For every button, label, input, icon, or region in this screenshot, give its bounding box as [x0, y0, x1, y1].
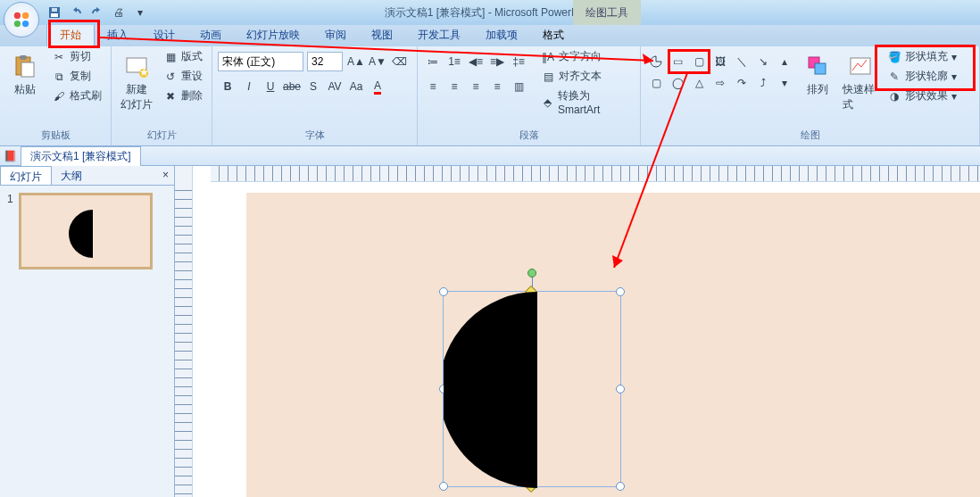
shape-arrowr-icon[interactable]: ⇨ [710, 73, 730, 93]
numbering-button[interactable]: 1≡ [444, 52, 464, 71]
paste-button[interactable]: 粘贴 [5, 48, 45, 101]
selection-box[interactable] [443, 291, 621, 487]
tab-review[interactable]: 审阅 [312, 24, 359, 46]
tab-home[interactable]: 开始 [46, 23, 95, 46]
office-logo-icon [12, 10, 31, 29]
tab-view[interactable]: 视图 [359, 24, 405, 46]
shape-image-icon[interactable]: 🖼 [710, 52, 730, 71]
title-bar: 🖨 ▾ 演示文稿1 [兼容模式] - Microsoft PowerPoint … [0, 0, 980, 25]
reset-icon: ↺ [163, 70, 178, 84]
qat-more-icon[interactable]: ▾ [132, 4, 148, 21]
pane-tabs: 幻灯片 大纲 × [0, 166, 174, 186]
tab-format[interactable]: 格式 [530, 24, 577, 46]
workspace: 幻灯片 大纲 × 1 [0, 166, 980, 497]
shape-outline-button[interactable]: ✎形状轮廓▾ [884, 68, 960, 85]
font-size-combo[interactable]: 32 [307, 52, 343, 71]
justify-button[interactable]: ≡ [487, 77, 507, 96]
svg-rect-9 [21, 62, 34, 77]
arrange-button[interactable]: 排列 [798, 48, 837, 101]
new-slide-button[interactable]: ★ 新建 幻灯片 [117, 48, 156, 116]
shape-roundrect-icon[interactable]: ▢ [646, 73, 666, 93]
gallery-up-icon[interactable]: ▴ [775, 52, 794, 71]
qat-print-icon[interactable]: 🖨 [111, 4, 127, 21]
reset-button[interactable]: ↺重设 [160, 68, 206, 85]
resize-handle-mr[interactable] [616, 385, 625, 393]
undo-icon[interactable] [68, 4, 84, 21]
shape-tri-icon[interactable]: △ [689, 73, 709, 93]
shrink-font-button[interactable]: A▼ [368, 52, 387, 71]
shadow-button[interactable]: S [303, 77, 323, 96]
tab-insert[interactable]: 插入 [95, 24, 141, 46]
slide-canvas[interactable] [246, 193, 980, 497]
italic-button[interactable]: I [239, 77, 259, 96]
format-painter-button[interactable]: 🖌格式刷 [48, 87, 105, 104]
align-left-button[interactable]: ≡ [423, 77, 443, 96]
shape-rect-icon[interactable]: ▢ [689, 52, 709, 71]
underline-button[interactable]: U [261, 77, 280, 96]
tab-addins[interactable]: 加载项 [473, 24, 530, 46]
quick-styles-button[interactable]: 快速样式 [841, 48, 880, 116]
smartart-icon: ⬘ [541, 95, 554, 110]
thumb-preview [19, 193, 153, 269]
layout-icon: ▦ [163, 50, 178, 64]
shape-curvearrow-icon[interactable]: ↷ [732, 73, 752, 93]
office-button[interactable] [4, 2, 39, 37]
shape-textbox-icon[interactable]: ▭ [668, 52, 687, 71]
text-direction-button[interactable]: ‖A文字方向 [537, 48, 635, 65]
strike-button[interactable]: abe [282, 77, 302, 96]
smartart-button[interactable]: ⬘转换为 SmartArt [537, 87, 635, 117]
shape-fill-button[interactable]: 🪣形状填充▾ [884, 48, 960, 65]
delete-button[interactable]: ✖删除 [160, 87, 206, 104]
tab-animation[interactable]: 动画 [187, 24, 234, 46]
copy-button[interactable]: ⧉复制 [48, 68, 105, 85]
change-case-button[interactable]: Aa [346, 77, 366, 96]
rotation-handle[interactable] [527, 269, 536, 277]
shape-connector-icon[interactable]: ⤴ [753, 73, 773, 93]
shape-line-icon[interactable]: ＼ [732, 52, 752, 71]
font-family-combo[interactable]: 宋体 (正文) [218, 52, 303, 71]
shape-pie-icon[interactable] [646, 52, 666, 71]
redo-icon[interactable] [89, 4, 105, 21]
ribbon-tabs: 开始 插入 设计 动画 幻灯片放映 审阅 视图 开发工具 加载项 格式 [0, 25, 980, 46]
horizontal-ruler [211, 166, 980, 182]
shape-oval-icon[interactable]: ◯ [668, 73, 687, 93]
gallery-more-icon[interactable]: ▾ [775, 73, 794, 93]
tab-devtools[interactable]: 开发工具 [405, 24, 473, 46]
indent-dec-button[interactable]: ◀≡ [466, 52, 486, 71]
pane-tab-outline[interactable]: 大纲 [52, 166, 91, 185]
group-drawing: ▭ ▢ 🖼 ＼ ↘ ▴ ▢ ◯ △ ⇨ ↷ ⤴ ▾ [641, 46, 980, 145]
close-pane-icon[interactable]: × [157, 166, 174, 185]
pane-tab-slides[interactable]: 幻灯片 [0, 166, 52, 185]
resize-handle-tr[interactable] [616, 287, 625, 296]
tab-design[interactable]: 设计 [141, 24, 187, 46]
grow-font-button[interactable]: A▲ [346, 52, 366, 71]
cut-button[interactable]: ✂剪切 [48, 48, 105, 65]
save-icon[interactable] [46, 4, 62, 21]
group-clipboard: 粘贴 ✂剪切 ⧉复制 🖌格式刷 剪贴板 [0, 46, 112, 145]
align-text-button[interactable]: ▤对齐文本 [537, 68, 635, 85]
slide-thumb-1[interactable]: 1 [7, 193, 167, 269]
canvas-area[interactable] [193, 166, 980, 497]
shape-effects-button[interactable]: ◑形状效果▾ [884, 87, 960, 104]
shapes-gallery[interactable]: ▭ ▢ 🖼 ＼ ↘ ▴ ▢ ◯ △ ⇨ ↷ ⤴ ▾ [646, 48, 794, 93]
indent-inc-button[interactable]: ≡▶ [487, 52, 507, 71]
clear-format-button[interactable]: ⌫ [389, 52, 409, 71]
group-label-font: 字体 [218, 127, 411, 144]
shape-arrow-icon[interactable]: ↘ [753, 52, 773, 71]
document-tab[interactable]: 演示文稿1 [兼容模式] [21, 146, 141, 166]
bold-button[interactable]: B [218, 77, 237, 96]
group-font: 宋体 (正文) 32 A▲ A▼ ⌫ B I U abe S AV Aa A 字… [212, 46, 418, 145]
resize-handle-br[interactable] [616, 482, 625, 491]
layout-button[interactable]: ▦版式 [160, 48, 206, 65]
svg-rect-6 [52, 8, 57, 12]
new-slide-icon: ★ [122, 52, 151, 80]
tab-slideshow[interactable]: 幻灯片放映 [234, 24, 312, 46]
columns-button[interactable]: ▥ [509, 77, 528, 96]
font-color-button[interactable]: A [368, 77, 387, 96]
half-circle-shape[interactable] [444, 292, 537, 488]
char-spacing-button[interactable]: AV [325, 77, 345, 96]
line-spacing-button[interactable]: ‡≡ [509, 52, 528, 71]
align-right-button[interactable]: ≡ [466, 77, 486, 96]
align-center-button[interactable]: ≡ [444, 77, 464, 96]
bullets-button[interactable]: ≔ [423, 52, 443, 71]
